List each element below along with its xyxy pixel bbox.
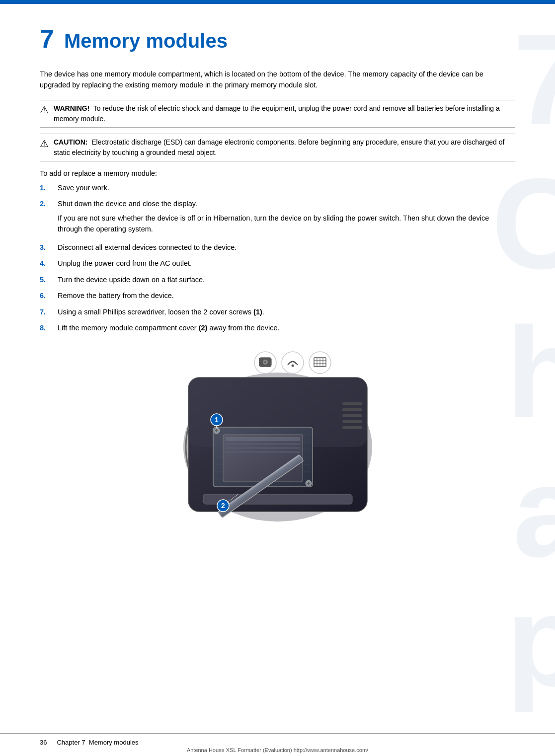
step-content-5: Turn the device upside down on a flat su… [58, 274, 515, 285]
step-item-7: 7. Using a small Phillips screwdriver, l… [40, 306, 515, 317]
caution-block: ⚠ CAUTION: Electrostatic discharge (ESD)… [40, 134, 515, 161]
footer-chapter-number: Chapter 7 [57, 739, 85, 746]
svg-rect-6 [342, 420, 362, 423]
svg-point-41 [282, 352, 304, 374]
intro-paragraph: The device has one memory module compart… [40, 69, 515, 91]
svg-text:1: 1 [215, 416, 219, 424]
step-item-6: 6. Remove the battery from the device. [40, 290, 515, 301]
svg-rect-18 [226, 437, 300, 441]
step-number-2: 2. [40, 198, 58, 209]
step-number-1: 1. [40, 182, 58, 193]
step-item-2: 2. Shut down the device and close the di… [40, 198, 515, 236]
caution-text: CAUTION: Electrostatic discharge (ESD) c… [54, 137, 515, 158]
step-item-5: 5. Turn the device upside down on a flat… [40, 274, 515, 285]
svg-rect-20 [226, 447, 300, 449]
warning-text: WARNING! To reduce the risk of electric … [54, 103, 515, 124]
warning-label: WARNING! [54, 104, 89, 112]
step-content-2: Shut down the device and close the displ… [58, 198, 515, 236]
svg-rect-17 [223, 435, 303, 482]
step-number-3: 3. [40, 242, 58, 253]
step-item-1: 1. Save your work. [40, 182, 515, 193]
watermark-5: p [506, 576, 555, 705]
svg-rect-7 [342, 426, 362, 429]
caution-label: CAUTION: [54, 138, 87, 146]
step-number-5: 5. [40, 274, 58, 285]
warning-icon: ⚠ [40, 104, 49, 116]
step-item-3: 3. Disconnect all external devices conne… [40, 242, 515, 253]
warning-block: ⚠ WARNING! To reduce the risk of electri… [40, 100, 515, 128]
figure-image: 1 2 [173, 348, 382, 531]
svg-rect-5 [342, 414, 362, 417]
step-item-4: 4. Unplug the power cord from the AC out… [40, 258, 515, 269]
step-item-8: 8. Lift the memory module compartment co… [40, 322, 515, 333]
svg-rect-3 [342, 402, 362, 405]
svg-rect-19 [226, 443, 300, 445]
steps-list: 1. Save your work. 2. Shut down the devi… [40, 182, 515, 334]
step-content-3: Disconnect all external devices connecte… [58, 242, 515, 253]
step-content-7: Using a small Phillips screwdriver, loos… [58, 306, 515, 317]
svg-rect-4 [342, 408, 362, 411]
chapter-title: Memory modules [64, 30, 228, 52]
steps-intro: To add or replace a memory module: [40, 169, 515, 177]
step-content-6: Remove the battery from the device. [58, 290, 515, 301]
footer-chapter-title: Memory modules [89, 739, 139, 746]
footer-page-number: 36 [40, 739, 47, 746]
figure-area: 1 2 [40, 348, 515, 531]
step-content-4: Unplug the power cord from the AC outlet… [58, 258, 515, 269]
step-number-8: 8. [40, 322, 58, 333]
caution-icon: ⚠ [40, 138, 49, 150]
laptop-illustration: 1 2 [173, 348, 382, 531]
svg-text:2: 2 [221, 502, 225, 510]
caution-body: Electrostatic discharge (ESD) can damage… [54, 138, 504, 156]
step-number-6: 6. [40, 290, 58, 301]
chapter-heading: 7 Memory modules [40, 24, 515, 54]
chapter-number: 7 [40, 24, 54, 54]
step-number-7: 7. [40, 306, 58, 317]
top-bar [0, 0, 555, 4]
svg-point-40 [264, 361, 266, 363]
page-container: 7 C h a p 7 Memory modules The device ha… [0, 0, 555, 756]
footer-chapter-label: Chapter 7 Memory modules [57, 739, 138, 746]
page-footer: 36 Chapter 7 Memory modules [0, 733, 555, 746]
warning-body: To reduce the risk of electric shock and… [54, 104, 500, 123]
svg-rect-21 [226, 451, 300, 453]
content-area: 7 Memory modules The device has one memo… [0, 4, 555, 571]
attribution-text: Antenna House XSL Formatter (Evaluation)… [0, 747, 555, 756]
step-2-sub: If you are not sure whether the device i… [58, 213, 515, 235]
step-number-4: 4. [40, 258, 58, 269]
step-content-8: Lift the memory module compartment cover… [58, 322, 515, 333]
step-content-1: Save your work. [58, 182, 515, 193]
svg-point-42 [291, 364, 294, 367]
